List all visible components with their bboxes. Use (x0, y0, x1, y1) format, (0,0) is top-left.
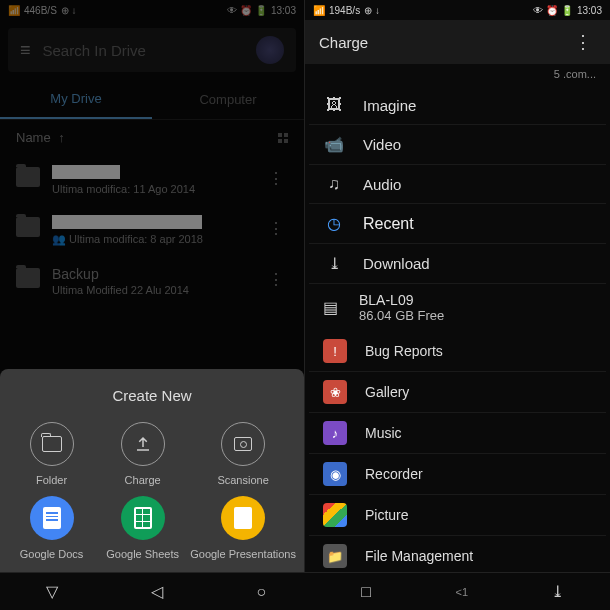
bugreport-icon: ! (323, 339, 347, 363)
docs-icon (30, 496, 74, 540)
create-slides[interactable]: Google Presentations (190, 496, 296, 560)
fm-header: Charge ⋮ (305, 20, 610, 64)
create-sheets[interactable]: Google Sheets (99, 496, 186, 560)
folder-icon (30, 422, 74, 466)
create-new-sheet: Create New Folder Charge Scansione Googl… (0, 369, 304, 572)
recent-icon: ◷ (323, 214, 345, 233)
file-name-redacted (52, 215, 202, 229)
cat-recent[interactable]: ◷ Recent (309, 204, 606, 244)
cat-audio[interactable]: ♫ Audio (309, 165, 606, 204)
app-bugreports[interactable]: ! Bug Reports (309, 331, 606, 372)
nav-count: <1 (456, 586, 469, 598)
nav-down-icon[interactable]: ▽ (37, 582, 67, 601)
app-picture[interactable]: Picture (309, 495, 606, 536)
tabs: My Drive Computer (0, 80, 304, 120)
app-music[interactable]: ♪ Music (309, 413, 606, 454)
recorder-icon: ◉ (323, 462, 347, 486)
sheets-icon (121, 496, 165, 540)
sheet-title: Create New (8, 387, 296, 404)
folder-icon (16, 167, 40, 187)
view-grid-icon[interactable] (278, 133, 288, 143)
filemanager-screen: 📶194B/s⊕ ↓ 👁 ⏰ 🔋13:03 Charge ⋮ 5 .com...… (305, 0, 610, 572)
audio-icon: ♫ (323, 175, 345, 193)
fm-subheader: 5 .com... (305, 64, 610, 86)
overflow-menu-icon[interactable]: ⋮ (564, 31, 602, 53)
video-icon: 📹 (323, 135, 345, 154)
nav-recent-icon[interactable]: □ (351, 583, 381, 601)
filemgmt-icon: 📁 (323, 544, 347, 568)
create-scan[interactable]: Scansione (190, 422, 296, 486)
create-folder[interactable]: Folder (8, 422, 95, 486)
create-upload[interactable]: Charge (99, 422, 186, 486)
cat-imagine[interactable]: 🖼 Imagine (309, 86, 606, 125)
file-item[interactable]: Ultima modifica: 11 Ago 2014 ⋮ (8, 155, 296, 205)
tab-mydrive[interactable]: My Drive (0, 80, 152, 119)
file-name-redacted (52, 165, 120, 179)
drive-screen: 📶446B/S⊕ ↓ 👁 ⏰ 🔋13:03 ≡ Search In Drive … (0, 0, 305, 572)
storage-item[interactable]: ▤ BLA-L09 86.04 GB Free (305, 284, 610, 331)
menu-icon[interactable]: ≡ (20, 40, 31, 61)
app-recorder[interactable]: ◉ Recorder (309, 454, 606, 495)
sort-label[interactable]: Name ↑ (16, 130, 65, 145)
music-icon: ♪ (323, 421, 347, 445)
search-bar[interactable]: ≡ Search In Drive (8, 28, 296, 72)
gallery-icon: ❀ (323, 380, 347, 404)
tab-computer[interactable]: Computer (152, 80, 304, 119)
file-item[interactable]: 👥 Ultima modifica: 8 apr 2018 ⋮ (8, 205, 296, 256)
file-item[interactable]: Backup Ultima Modified 22 Alu 2014 ⋮ (8, 256, 296, 306)
camera-icon (221, 422, 265, 466)
upload-icon (121, 422, 165, 466)
file-menu-icon[interactable]: ⋮ (264, 215, 288, 242)
nav-home-icon[interactable]: ○ (246, 583, 276, 601)
app-filemgmt[interactable]: 📁 File Management (309, 536, 606, 572)
cat-video[interactable]: 📹 Video (309, 125, 606, 165)
folder-icon (16, 268, 40, 288)
nav-back-icon[interactable]: ◁ (142, 582, 172, 601)
create-docs[interactable]: Google Docs (8, 496, 95, 560)
cat-download[interactable]: ⤓ Download (309, 244, 606, 284)
file-menu-icon[interactable]: ⋮ (264, 266, 288, 293)
image-icon: 🖼 (323, 96, 345, 114)
status-bar: 📶446B/S⊕ ↓ 👁 ⏰ 🔋13:03 (0, 0, 304, 20)
nav-down2-icon[interactable]: ⤓ (543, 582, 573, 601)
storage-icon: ▤ (319, 298, 341, 317)
download-icon: ⤓ (323, 254, 345, 273)
picture-icon (323, 503, 347, 527)
sort-row: Name ↑ (0, 120, 304, 155)
android-navbar: ▽ ◁ ○ □ <1 ⤓ (0, 572, 610, 610)
folder-icon (16, 217, 40, 237)
fm-title: Charge (313, 34, 564, 51)
status-bar: 📶194B/s⊕ ↓ 👁 ⏰ 🔋13:03 (305, 0, 610, 20)
avatar[interactable] (256, 36, 284, 64)
search-placeholder: Search In Drive (43, 42, 244, 59)
slides-icon (221, 496, 265, 540)
app-gallery[interactable]: ❀ Gallery (309, 372, 606, 413)
file-menu-icon[interactable]: ⋮ (264, 165, 288, 192)
